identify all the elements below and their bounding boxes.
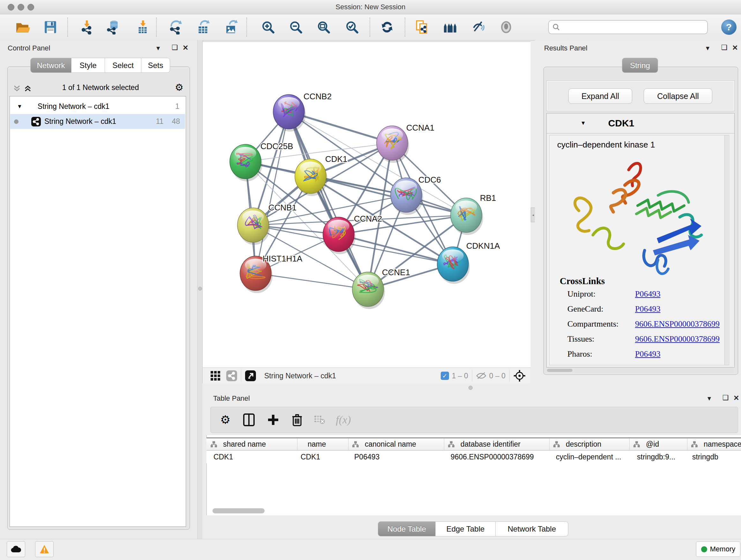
crosslink-uniprot-link[interactable]: P06493 [635,289,660,299]
panel-close-icon[interactable]: ✕ [732,44,738,52]
panel-close-icon[interactable]: ✕ [733,394,739,402]
disclosure-triangle-icon[interactable]: ▼ [17,104,22,110]
delete-table-icon[interactable] [314,415,325,424]
gene-header-row[interactable]: ▼ CDK1 [547,113,734,133]
show-all-button[interactable] [498,19,515,36]
panel-close-icon[interactable]: ✕ [183,44,188,52]
import-table-file-button[interactable] [134,19,151,36]
table-cell[interactable]: CDK1 [297,450,348,463]
warnings-button[interactable] [35,541,54,557]
tab-string[interactable]: String [622,58,658,73]
first-neighbors-icon [443,20,458,35]
results-horizontal-scrollbar[interactable] [546,368,734,373]
scrollbar-thumb[interactable] [547,369,572,372]
table-cell[interactable]: P06493 [348,450,444,463]
crosslink-genecard-link[interactable]: P06493 [635,304,660,314]
tab-sets[interactable]: Sets [141,58,170,73]
panel-float-icon[interactable]: ❏ [723,394,729,402]
panel-float-icon[interactable]: ❏ [172,44,178,52]
expand-all-button[interactable]: Expand All [568,88,632,104]
network-node-CDKN1A[interactable] [437,247,470,284]
disclosure-triangle-icon[interactable]: ▼ [581,120,586,126]
zoom-selected-button[interactable] [344,19,360,36]
table-cell[interactable]: cyclin–dependent ... [549,450,629,463]
add-column-icon[interactable] [267,414,279,426]
tab-network-table[interactable]: Network Table [495,521,568,537]
save-session-button[interactable] [42,19,59,36]
zoom-out-button[interactable] [287,19,304,36]
search-box[interactable] [548,20,708,34]
splitter-handle[interactable] [468,386,473,390]
table-horizontal-scrollbar-thumb[interactable] [212,508,265,513]
column-header-description[interactable]: description [549,438,630,450]
crosslink-pharos-link[interactable]: P06493 [635,349,660,359]
detach-view-icon[interactable] [245,370,256,381]
column-header-name[interactable]: name [297,438,348,450]
tab-network[interactable]: Network [30,58,71,73]
panel-menu-icon[interactable]: ▾ [708,394,711,402]
splitter-handle[interactable] [198,287,202,291]
table-cell[interactable]: 9606.ENSP00000378699 [444,450,549,463]
network-graph: CCNB2CCNA1CDC25BCDK1CDC6RB1CCNB1CCNA2CDK… [203,42,531,368]
zoom-fit-button[interactable] [315,19,332,36]
network-node-CCNA2[interactable] [323,217,355,254]
new-network-from-selection-button[interactable] [414,19,430,36]
export-network-button[interactable] [167,19,184,36]
tab-select[interactable]: Select [105,58,141,73]
table-row[interactable]: CDK1CDK1P064939606.ENSP00000378699cyclin… [206,450,741,463]
expand-all-icon[interactable] [23,84,32,92]
horizontal-splitter[interactable] [202,383,741,391]
table-cell[interactable]: CDK1 [206,450,297,463]
crosslink-tissues-link[interactable]: 9606.ENSP00000378699 [635,334,720,344]
help-button[interactable]: ? [721,19,737,35]
panel-float-icon[interactable]: ❏ [721,44,728,52]
control-panel-tabs: NetworkStyleSelectSets [30,58,170,73]
apply-layout-button[interactable] [379,19,395,36]
tab-edge-table[interactable]: Edge Table [435,521,495,537]
network-overview-icon[interactable] [226,370,237,381]
export-image-button[interactable] [223,19,239,36]
crosslink-compartments-link[interactable]: 9606.ENSP00000378699 [635,319,720,329]
network-tree-root-row[interactable]: ▼ String Network – cdk1 1 [10,99,185,114]
column-header-shared-name[interactable]: shared name [206,438,297,450]
network-node-RB1[interactable] [451,198,483,235]
automation-cloud-button[interactable] [7,541,25,557]
search-input[interactable] [560,23,699,32]
collapse-all-icon[interactable] [13,84,21,92]
column-header-canonical-name[interactable]: canonical name [348,438,444,450]
open-session-button[interactable] [14,19,30,36]
column-header-database-identifier[interactable]: database identifier [444,438,549,450]
network-edge-CCNB2-HIST1H1A[interactable] [256,112,289,273]
network-node-CCNE1[interactable] [352,272,385,309]
network-canvas[interactable]: CCNB2CCNA1CDC25BCDK1CDC6RB1CCNB1CCNA2CDK… [202,42,531,368]
network-node-CDK1[interactable] [295,159,327,196]
hide-selected-button[interactable] [470,19,487,36]
network-node-CCNA1[interactable] [377,126,409,163]
panel-menu-icon[interactable]: ▾ [156,44,160,52]
export-table-button[interactable] [195,19,212,36]
import-network-database-button[interactable] [105,19,122,36]
center-view-crosshair-icon[interactable] [514,370,526,382]
network-tree-item-row[interactable]: String Network – cdk1 11 48 [10,114,185,129]
table-settings-gear-icon[interactable]: ⚙ [220,413,230,427]
network-node-CCNB2[interactable] [273,95,306,132]
zoom-in-button[interactable] [260,19,276,36]
panel-menu-icon[interactable]: ▾ [706,44,710,52]
delete-column-icon[interactable] [292,414,302,426]
tab-style[interactable]: Style [71,58,105,73]
results-vertical-scrollbar[interactable] [724,135,729,365]
network-options-gear-icon[interactable]: ⚙ [175,82,184,93]
collapse-all-button[interactable]: Collapse All [644,88,712,104]
column-header--id[interactable]: @id [629,438,687,450]
table-cell[interactable]: stringdb:9... [629,450,687,463]
import-network-file-button[interactable] [78,19,95,36]
memory-button[interactable]: Memory [696,542,740,557]
show-columns-icon[interactable] [243,414,255,426]
tab-node-table[interactable]: Node Table [378,521,435,537]
selected-checkbox-icon[interactable]: ✓ [441,372,449,380]
column-header-namespace[interactable]: namespace [687,438,741,450]
table-cell[interactable]: stringdb [687,450,741,463]
first-neighbors-button[interactable] [442,19,459,36]
network-node-CDC25B[interactable] [230,144,262,181]
birdseye-grid-icon[interactable] [210,371,220,381]
